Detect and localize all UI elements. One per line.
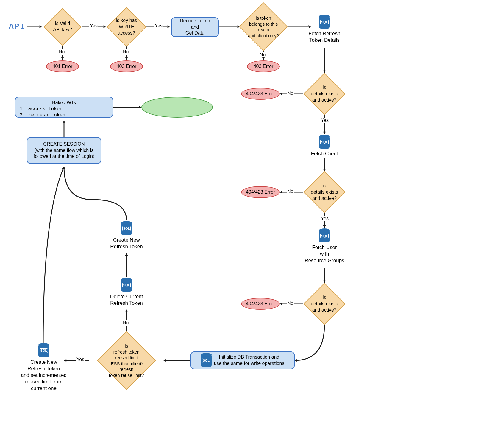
decision-refresh-token-reuse-limit: is refresh token reused limit LESS than … — [97, 331, 156, 390]
edge-label-yes: Yes — [76, 357, 85, 362]
database-icon: SQL — [121, 279, 132, 292]
error-403: 403 Error — [110, 60, 143, 72]
error-404-423: 404/423 Error — [241, 298, 280, 310]
decision-write-access: is key has WRITE access? — [107, 7, 146, 47]
sql-create-new-refresh-token: SQL Create New Refresh Token — [106, 222, 147, 250]
sql-fetch-user-resource-groups: SQL Fetch User with Resource Groups — [301, 229, 348, 264]
edge-label-no: No — [122, 320, 129, 326]
process-decode-token: Decode Token and Get Data — [171, 17, 219, 37]
sql-delete-current-refresh-token: SQL Delete Current Refresh Token — [106, 279, 147, 307]
edge-label-no: No — [287, 189, 294, 194]
database-icon: SQL — [201, 354, 212, 367]
decision-details-active-1: is details exists and active? — [303, 73, 345, 115]
error-404-423: 404/423 Error — [241, 186, 280, 198]
arrows-layer — [6, 6, 475, 442]
decision-details-active-2: is details exists and active? — [303, 171, 345, 213]
process-create-session: CREATE SESSION (with the same flow which… — [27, 137, 101, 164]
decision-details-active-3: is details exists and active? — [303, 283, 345, 325]
sql-fetch-refresh-token: SQL Fetch Refresh Token Details — [304, 15, 345, 43]
edge-label-yes: Yes — [89, 23, 98, 29]
process-bake-jwts: Bake JWTs 1. access_token 2. refresh_tok… — [15, 97, 113, 118]
edge-label-yes: Yes — [320, 118, 329, 123]
edge-label-yes: Yes — [320, 216, 329, 221]
api-start: API — [7, 21, 27, 32]
edge-label-no: No — [287, 91, 294, 96]
edge-label-no: No — [259, 52, 266, 57]
error-404-423: 404/423 Error — [241, 88, 280, 100]
edge-label-no: No — [287, 301, 294, 306]
sql-create-refresh-token-incremented: SQL Create New Refresh Token and set inc… — [14, 344, 74, 392]
decision-valid-api-key: is Valid API key? — [43, 8, 81, 46]
sql-fetch-client: SQL Fetch Client — [307, 136, 342, 157]
database-icon: SQL — [319, 15, 330, 29]
flowchart-canvas: API is Valid API key? Yes No 401 Error i… — [6, 6, 475, 442]
database-icon: SQL — [38, 344, 49, 357]
error-401: 401 Error — [46, 60, 79, 72]
edge-label-no: No — [58, 49, 65, 55]
database-icon: SQL — [319, 136, 330, 149]
decision-token-realm-client: is token belongs to this realm and clien… — [239, 2, 288, 51]
process-init-db-transaction: SQL Initialize DB Transaction and use th… — [190, 351, 295, 369]
error-403: 403 Error — [247, 60, 280, 72]
database-icon: SQL — [121, 222, 132, 235]
success-200 — [141, 97, 213, 118]
database-icon: SQL — [319, 229, 330, 242]
edge-label-yes: Yes — [154, 23, 163, 29]
edge-label-no: No — [122, 49, 129, 55]
